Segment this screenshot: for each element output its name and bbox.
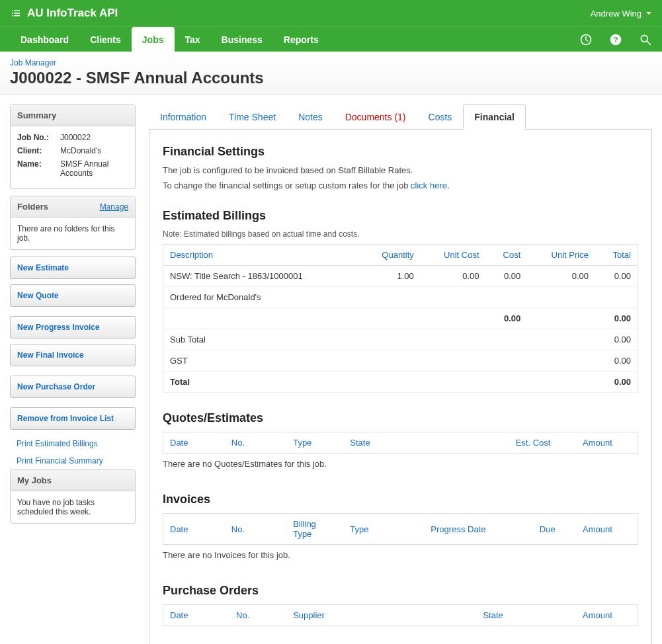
remove-from-invoice-list-button[interactable]: Remove from Invoice List — [10, 407, 136, 430]
col-due[interactable]: Due — [505, 514, 561, 545]
nav-clients[interactable]: Clients — [79, 27, 132, 52]
financial-settings-section: Financial Settings The job is configured… — [163, 145, 638, 190]
breadcrumb[interactable]: Job Manager — [10, 58, 652, 67]
new-final-invoice-button[interactable]: New Final Invoice — [10, 344, 136, 366]
nav-reports[interactable]: Reports — [273, 27, 329, 52]
summary-label: Client: — [17, 146, 60, 155]
nav-business[interactable]: Business — [211, 27, 273, 52]
clock-icon[interactable] — [579, 33, 593, 46]
folders-panel: Folders Manage There are no folders for … — [10, 196, 136, 250]
main: Information Time Sheet Notes Documents (… — [149, 104, 652, 644]
topbar: AU InfoTrack API Andrew Wing — [0, 0, 662, 26]
search-icon[interactable] — [639, 33, 652, 46]
click-here-link[interactable]: click here — [411, 181, 447, 190]
col-est-cost[interactable]: Est. Cost — [495, 432, 557, 454]
print-estimated-billings-link[interactable]: Print Estimated Billings — [10, 435, 136, 452]
col-progress-date[interactable]: Progress Date — [424, 514, 505, 545]
col-billing-type[interactable]: Billing Type — [286, 514, 343, 545]
print-financial-summary-link[interactable]: Print Financial Summary — [10, 452, 136, 469]
new-quote-button[interactable]: New Quote — [10, 284, 136, 307]
col-state[interactable]: State — [476, 605, 552, 626]
folders-title: Folders — [17, 202, 48, 212]
col-type[interactable]: Type — [286, 432, 343, 454]
tab-costs[interactable]: Costs — [417, 104, 464, 130]
subtotal-label: Sub Total — [163, 329, 595, 350]
folders-empty: There are no folders for this job. — [11, 218, 135, 249]
svg-line-4 — [647, 41, 651, 44]
col-supplier[interactable]: Supplier — [286, 605, 476, 626]
user-menu[interactable]: Andrew Wing — [591, 9, 652, 19]
col-no[interactable]: No. — [225, 432, 286, 454]
new-estimate-button[interactable]: New Estimate — [10, 257, 136, 279]
table-row: Ordered for McDonald's — [163, 287, 638, 308]
purchase-orders-heading: Purchase Orders — [163, 584, 638, 598]
col-amount[interactable]: Amount — [552, 605, 619, 626]
col-amount[interactable]: Amount — [562, 514, 619, 545]
col-state[interactable]: State — [343, 432, 495, 454]
summary-panel: Summary Job No.:J000022 Client:McDonald'… — [10, 104, 136, 189]
tab-notes[interactable]: Notes — [287, 104, 334, 130]
invoices-heading: Invoices — [163, 493, 638, 506]
col-amount[interactable]: Amount — [557, 432, 618, 454]
invoices-section: Invoices Date No. Billing Type Type Prog… — [163, 493, 638, 565]
table-row: NSW: Title Search - 1863/1000001 1.00 0.… — [163, 266, 638, 287]
quotes-section: Quotes/Estimates Date No. Type State Est… — [163, 411, 638, 474]
manage-folders-link[interactable]: Manage — [100, 202, 128, 212]
col-no[interactable]: No. — [225, 514, 286, 545]
summary-cost: 0.00 — [486, 308, 528, 329]
col-unit-price[interactable]: Unit Price — [527, 245, 595, 266]
new-progress-invoice-button[interactable]: New Progress Invoice — [10, 316, 136, 339]
subtotal-row: Sub Total 0.00 — [163, 329, 638, 350]
estimated-billings-table: Description Quantity Unit Cost Cost Unit… — [163, 244, 638, 393]
tab-financial[interactable]: Financial — [463, 104, 526, 130]
user-name: Andrew Wing — [591, 9, 641, 19]
estimated-billings-note: Note: Estimated billings based on actual… — [163, 229, 638, 239]
chevron-down-icon — [645, 10, 652, 17]
tab-content: Financial Settings The job is configured… — [149, 130, 652, 644]
col-quantity[interactable]: Quantity — [360, 245, 421, 266]
col-date[interactable]: Date — [163, 514, 225, 545]
purchase-orders-table: Date No. Supplier State Amount — [163, 604, 638, 626]
col-total[interactable]: Total — [595, 245, 638, 266]
menu-list-icon — [10, 7, 22, 19]
nav-dashboard[interactable]: Dashboard — [10, 27, 79, 52]
estimated-billings-section: Estimated Billings Note: Estimated billi… — [163, 209, 638, 393]
estimated-billings-heading: Estimated Billings — [163, 209, 638, 223]
financial-settings-line1: The job is configured to be invoiced bas… — [163, 165, 638, 175]
col-unit-cost[interactable]: Unit Cost — [421, 245, 486, 266]
nav-jobs[interactable]: Jobs — [132, 27, 175, 52]
summary-panel-title: Summary — [11, 105, 135, 126]
col-cost[interactable]: Cost — [486, 245, 528, 266]
page-header: Job Manager J000022 - SMSF Annual Accoun… — [0, 52, 662, 95]
invoices-empty: There are no Invoices for this job. — [163, 545, 638, 565]
total-value: 0.00 — [595, 372, 638, 393]
summary-value: SMSF Annual Accounts — [60, 159, 128, 178]
tab-information[interactable]: Information — [149, 104, 218, 130]
summary-value: J000022 — [60, 133, 128, 142]
help-icon[interactable]: ? — [609, 33, 622, 46]
total-row: Total 0.00 — [163, 372, 638, 393]
col-type[interactable]: Type — [343, 514, 424, 545]
col-no[interactable]: No. — [229, 605, 286, 626]
tab-documents[interactable]: Documents (1) — [334, 104, 417, 130]
tab-time-sheet[interactable]: Time Sheet — [218, 104, 287, 130]
new-purchase-order-button[interactable]: New Purchase Order — [10, 376, 136, 398]
my-jobs-title: My Jobs — [11, 470, 135, 491]
quotes-table: Date No. Type State Est. Cost Amount — [163, 432, 638, 454]
nav-tax[interactable]: Tax — [175, 27, 211, 52]
cell-qty: 1.00 — [360, 266, 421, 287]
my-jobs-text: You have no job tasks scheduled this wee… — [11, 491, 135, 523]
svg-point-3 — [641, 35, 647, 42]
purchase-orders-section: Purchase Orders Date No. Supplier State … — [163, 584, 638, 626]
quotes-empty: There are no Quotes/Estimates for this j… — [163, 454, 638, 474]
summary-value: McDonald's — [60, 146, 128, 155]
summary-total: 0.00 — [595, 308, 638, 329]
cell-unit-price: 0.00 — [527, 266, 595, 287]
cell-cost: 0.00 — [486, 266, 528, 287]
fs-line2-suffix: . — [447, 181, 450, 190]
col-description[interactable]: Description — [163, 245, 360, 266]
col-date[interactable]: Date — [163, 432, 225, 454]
total-label: Total — [163, 372, 595, 393]
col-date[interactable]: Date — [163, 605, 230, 626]
navbar-tabs: Dashboard Clients Jobs Tax Business Repo… — [10, 27, 329, 52]
